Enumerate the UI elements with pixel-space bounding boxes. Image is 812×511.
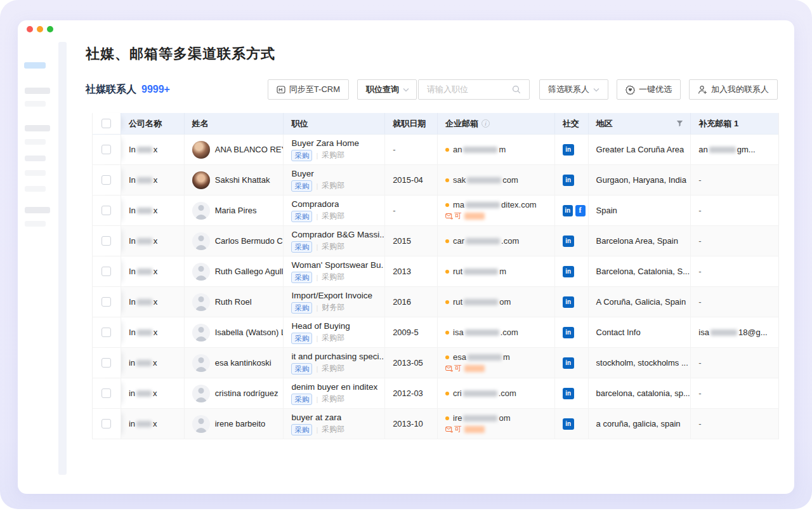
contact-name: Carlos Bermudo Cr... <box>215 236 284 246</box>
header-region: 地区 <box>589 113 691 134</box>
position-query-select[interactable]: 职位查询 <box>357 79 417 100</box>
row-checkbox[interactable] <box>102 175 111 185</box>
category-tag: 采购 <box>291 211 312 222</box>
linkedin-icon[interactable]: in <box>563 357 574 369</box>
email-cell: anm <box>438 135 555 164</box>
linkedin-icon[interactable]: in <box>563 327 574 338</box>
position-title: Head of Buying <box>291 321 350 331</box>
sidebar-skeleton-bar-active <box>24 62 46 69</box>
tag-separator: | <box>316 304 318 312</box>
email-cell: car.com <box>438 226 555 256</box>
linkedin-icon[interactable]: in <box>563 418 574 430</box>
row-checkbox[interactable] <box>102 297 111 307</box>
reachable-tag: 可 <box>445 425 486 434</box>
category-tag: 采购 <box>291 241 312 253</box>
linkedin-icon[interactable]: in <box>563 236 574 247</box>
position-search-input[interactable]: 请输入职位 <box>418 79 530 100</box>
region-cell: Barcelona, Catalonia, S... <box>589 256 691 286</box>
row-checkbox[interactable] <box>102 388 111 398</box>
info-icon[interactable]: i <box>481 119 490 128</box>
company-name: Inx <box>129 206 157 215</box>
chevron-down-icon <box>403 88 409 92</box>
company-cell: Inx <box>121 165 185 195</box>
contact-cell: Ruth Roel <box>185 287 284 317</box>
position-title: denim buyer en inditex <box>291 382 377 392</box>
row-checkbox[interactable] <box>102 419 111 428</box>
linkedin-icon[interactable]: in <box>563 296 574 308</box>
facebook-icon[interactable]: f <box>575 205 586 216</box>
table-row: InxCarlos Bermudo Cr...Comprador B&G Mas… <box>93 226 778 256</box>
position-tags: 采购|采购部 <box>291 180 344 192</box>
minimize-window-icon[interactable] <box>37 26 43 32</box>
contact-name: esa kantinkoski <box>215 358 272 368</box>
contact-name: cristina rodríguez <box>215 388 278 398</box>
row-checkbox-cell <box>93 348 121 378</box>
department-label: 采购部 <box>322 150 344 161</box>
position-tags: 采购|采购部 <box>291 333 344 344</box>
email-status-dot <box>445 203 449 207</box>
row-checkbox[interactable] <box>102 267 111 276</box>
sidebar-skeleton-bar <box>25 170 46 176</box>
category-tag: 采购 <box>291 424 312 435</box>
filter-funnel-icon[interactable] <box>676 119 684 129</box>
header-region-label: 地区 <box>596 118 613 129</box>
close-window-icon[interactable] <box>27 26 33 32</box>
app-window: 社媒、邮箱等多渠道联系方式 社媒联系人 9999+ 同步至T-CRM 职位查询 <box>18 20 794 494</box>
reachable-tag: 可 <box>445 211 486 221</box>
position-tags: 采购|财务部 <box>291 302 344 314</box>
linkedin-icon[interactable]: in <box>563 144 574 156</box>
row-checkbox[interactable] <box>102 236 111 246</box>
linkedin-icon[interactable]: in <box>563 205 573 216</box>
tag-separator: | <box>316 335 318 342</box>
start-date-cell: 2015-04 <box>385 165 438 195</box>
linkedin-icon[interactable]: in <box>563 266 574 277</box>
row-checkbox[interactable] <box>102 328 111 337</box>
tag-separator: | <box>316 152 318 159</box>
row-checkbox-cell <box>93 256 121 286</box>
company-name: inx <box>129 358 157 368</box>
avatar <box>192 293 210 311</box>
one-click-optimize-button[interactable]: 一键优选 <box>617 79 681 100</box>
company-name: Inx <box>129 328 157 337</box>
mail-send-icon <box>445 365 453 372</box>
row-checkbox[interactable] <box>102 358 111 368</box>
redacted-text <box>463 147 497 153</box>
region-cell: Barcelona Area, Spain <box>589 226 691 256</box>
tag-separator: | <box>316 213 318 220</box>
linkedin-icon[interactable]: in <box>563 175 574 186</box>
position-title: Comprador B&G Massi... <box>291 230 384 239</box>
table-row: InxRuth RoelImport/Export Invoice采购|财务部2… <box>93 287 778 317</box>
contact-cell: Isabella (Watson) L... <box>185 317 284 347</box>
company-cell: Inx <box>121 226 185 256</box>
maximize-window-icon[interactable] <box>47 26 53 32</box>
header-position: 职位 <box>284 113 385 134</box>
position-title: Buyer Zara Home <box>291 138 359 148</box>
redacted-text <box>466 238 500 244</box>
company-cell: Inx <box>121 256 185 286</box>
crm-badge-icon <box>277 85 285 94</box>
avatar <box>192 141 210 159</box>
select-all-checkbox[interactable] <box>102 119 111 128</box>
contact-name: Ruth Gallego Agulló <box>215 267 284 276</box>
contact-cell: irene barbeito <box>185 409 284 439</box>
company-name: Inx <box>129 145 157 154</box>
start-date-cell: 2013 <box>385 256 438 286</box>
redacted-text <box>137 208 152 214</box>
avatar <box>192 232 210 250</box>
header-company: 公司名称 <box>121 113 185 134</box>
extra-email-cell: - <box>691 287 778 317</box>
add-to-my-contacts-button[interactable]: 加入我的联系人 <box>689 79 778 100</box>
tag-separator: | <box>316 395 318 403</box>
row-checkbox[interactable] <box>102 206 111 215</box>
extra-email: isa18@g... <box>698 328 767 337</box>
search-icon[interactable] <box>512 85 521 94</box>
avatar <box>192 171 210 189</box>
position-title: Compradora <box>291 199 339 209</box>
sync-crm-button[interactable]: 同步至T-CRM <box>268 79 349 100</box>
filter-contacts-button[interactable]: 筛选联系人 <box>539 79 608 100</box>
avatar <box>192 415 210 433</box>
linkedin-icon[interactable]: in <box>563 388 574 399</box>
department-label: 采购部 <box>322 424 344 435</box>
position-cell: buyer at zara采购|采购部 <box>284 409 385 439</box>
row-checkbox[interactable] <box>102 145 111 154</box>
